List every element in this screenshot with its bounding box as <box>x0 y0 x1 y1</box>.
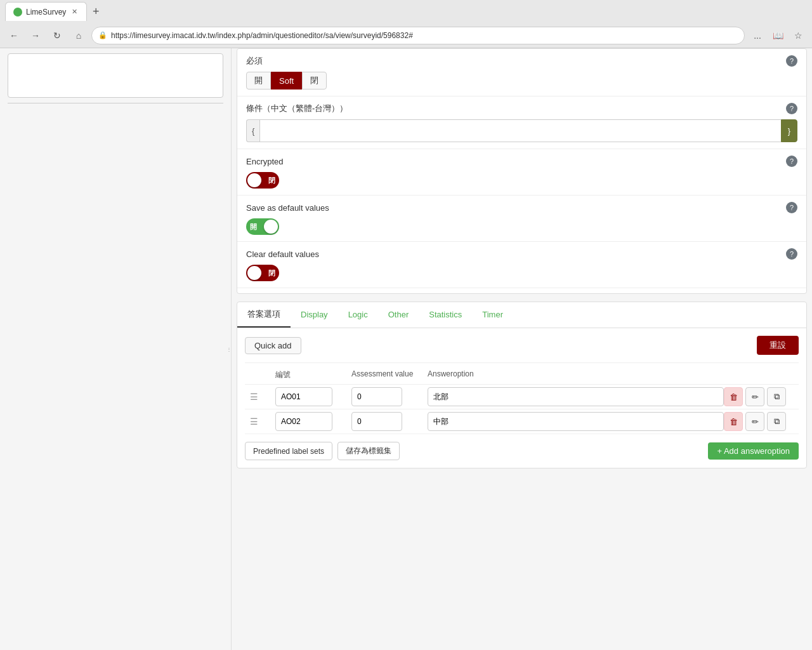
save-default-switch-track[interactable]: 開 <box>246 218 279 235</box>
bottom-section: 答案選項 Display Logic Other Statistics <box>237 302 807 468</box>
save-label-button[interactable]: 儲存為標籤集 <box>337 442 400 460</box>
required-help-button[interactable]: ? <box>786 55 797 67</box>
clear-default-off-label: 閉 <box>268 269 275 278</box>
save-default-knob <box>264 220 278 234</box>
reader-mode-button[interactable]: 📖 <box>769 27 787 44</box>
footer-left: Predefined label sets 儲存為標籤集 <box>245 442 400 460</box>
url-text: https://limesurvey.imacat.idv.tw/index.p… <box>111 31 738 40</box>
tab-logic-label: Logic <box>348 310 368 319</box>
row2-code-input[interactable] <box>275 412 332 431</box>
tab-title: LimeSurvey <box>26 8 66 17</box>
save-default-header: Save as default values ? <box>246 202 797 213</box>
save-default-help-button[interactable]: ? <box>786 202 797 213</box>
tab-statistics-label: Statistics <box>429 310 462 319</box>
row2-delete-button[interactable]: 🗑 <box>724 412 743 431</box>
required-close-button[interactable]: 閉 <box>302 72 327 90</box>
address-bar-row: ← → ↻ ⌂ 🔒 https://limesurvey.imacat.idv.… <box>0 23 812 48</box>
condition-title: 條件（中文（繁體-台灣）） <box>246 103 348 114</box>
tab-answers[interactable]: 答案選項 <box>237 302 291 328</box>
row1-actions: 🗑 ✏ ⧉ <box>724 387 794 406</box>
encrypted-switch-track[interactable]: 閉 <box>246 172 279 189</box>
drag-handle[interactable]: ⋮ <box>227 340 231 359</box>
required-section: 必須 ? 開 Soft 閉 <box>237 49 806 96</box>
clear-default-help-button[interactable]: ? <box>786 248 797 260</box>
required-soft-button[interactable]: Soft <box>271 72 302 90</box>
table-row: ☰ 🗑 ✏ ⧉ <box>245 385 799 409</box>
required-toggle-group: 開 Soft 閉 <box>246 72 797 90</box>
home-button[interactable]: ⌂ <box>70 27 88 44</box>
add-answer-label: + Add answeroption <box>717 446 790 456</box>
text-area-box <box>8 53 223 98</box>
tab-answers-label: 答案選項 <box>247 309 280 319</box>
new-tab-button[interactable]: + <box>87 3 105 20</box>
back-button[interactable]: ← <box>5 27 23 44</box>
settings-card: 必須 ? 開 Soft 閉 條件（中文（繁體-台灣）） ? <box>237 48 807 294</box>
table-row: ☰ 🗑 ✏ ⧉ <box>245 409 799 434</box>
header-assessment: Assessment value <box>351 369 428 380</box>
encrypted-help-button[interactable]: ? <box>786 156 797 167</box>
bookmark-button[interactable]: ☆ <box>789 27 807 44</box>
row1-edit-button[interactable]: ✏ <box>745 387 764 406</box>
clear-default-switch-track[interactable]: 閉 <box>246 265 279 281</box>
tab-other[interactable]: Other <box>378 303 419 327</box>
header-code: 編號 <box>275 369 351 380</box>
encrypted-toggle[interactable]: 閉 <box>246 172 797 189</box>
row2-actions: 🗑 ✏ ⧉ <box>724 412 794 431</box>
reload-button[interactable]: ↻ <box>48 27 66 44</box>
save-default-toggle[interactable]: 開 <box>246 218 797 235</box>
required-header: 必須 ? <box>246 55 797 67</box>
row2-copy-button[interactable]: ⧉ <box>767 412 786 431</box>
address-bar[interactable]: 🔒 https://limesurvey.imacat.idv.tw/index… <box>91 27 745 44</box>
condition-help-button[interactable]: ? <box>786 103 797 114</box>
row2-edit-button[interactable]: ✏ <box>745 412 764 431</box>
row1-code-input[interactable] <box>275 387 332 406</box>
tab-other-label: Other <box>388 310 409 319</box>
save-default-on-label: 開 <box>250 222 257 232</box>
tab-bar: LimeSurvey ✕ + <box>0 0 812 23</box>
row1-drag-icon[interactable]: ☰ <box>250 392 275 402</box>
right-panel: 必須 ? 開 Soft 閉 條件（中文（繁體-台灣）） ? <box>232 48 812 650</box>
encrypted-section: Encrypted ? 閉 <box>237 149 806 196</box>
drag-dots: ⋮ <box>226 347 232 352</box>
quick-add-button[interactable]: Quick add <box>245 337 301 354</box>
row2-drag-icon[interactable]: ☰ <box>250 416 275 427</box>
condition-suffix[interactable]: } <box>781 119 797 142</box>
row2-value-input[interactable] <box>351 412 402 431</box>
tab-display-label: Display <box>301 310 328 319</box>
predefined-button[interactable]: Predefined label sets <box>245 442 332 460</box>
required-open-button[interactable]: 開 <box>246 72 271 90</box>
clear-default-toggle[interactable]: 閉 <box>246 265 797 281</box>
toolbar-right: ... 📖 ☆ <box>749 27 807 44</box>
save-default-title: Save as default values <box>246 203 329 213</box>
condition-wrapper: { } <box>246 119 797 142</box>
row2-answer-input[interactable] <box>428 412 724 431</box>
row1-delete-button[interactable]: 🗑 <box>724 387 743 406</box>
save-default-section: Save as default values ? 開 <box>237 196 806 242</box>
condition-header: 條件（中文（繁體-台灣）） ? <box>246 103 797 114</box>
encrypted-knob <box>247 173 261 187</box>
tab-close-button[interactable]: ✕ <box>70 8 79 17</box>
clear-default-title: Clear default values <box>246 249 319 259</box>
tab-timer[interactable]: Timer <box>472 303 513 327</box>
clear-default-section: Clear default values ? 閉 <box>237 242 806 288</box>
tab-statistics[interactable]: Statistics <box>419 303 472 327</box>
tab-favicon-icon <box>13 8 22 17</box>
add-answer-button[interactable]: + Add answeroption <box>708 442 799 460</box>
browser-tab[interactable]: LimeSurvey ✕ <box>5 2 87 21</box>
tab-logic[interactable]: Logic <box>338 303 378 327</box>
encrypted-off-label: 閉 <box>268 176 275 185</box>
reset-label: 重設 <box>769 340 786 350</box>
condition-input[interactable] <box>259 119 780 142</box>
table-header: 編號 Assessment value Answeroption <box>245 366 799 385</box>
answers-toolbar: Quick add 重設 <box>245 336 799 355</box>
forward-button[interactable]: → <box>27 27 44 44</box>
security-icon: 🔒 <box>98 31 107 39</box>
answers-section: Quick add 重設 編號 Assessment value Answero… <box>237 328 806 468</box>
row1-answer-input[interactable] <box>428 387 724 406</box>
row1-copy-button[interactable]: ⧉ <box>767 387 786 406</box>
more-options-button[interactable]: ... <box>749 27 766 44</box>
tab-display[interactable]: Display <box>291 303 338 327</box>
reset-button[interactable]: 重設 <box>757 336 799 355</box>
settings-padding <box>237 288 806 293</box>
row1-value-input[interactable] <box>351 387 402 406</box>
